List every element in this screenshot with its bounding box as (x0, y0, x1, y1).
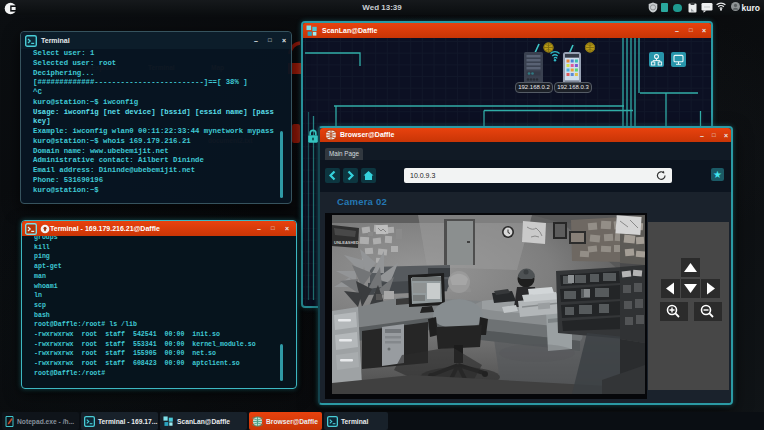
svg-text:UNLEASHED: UNLEASHED (334, 240, 359, 245)
